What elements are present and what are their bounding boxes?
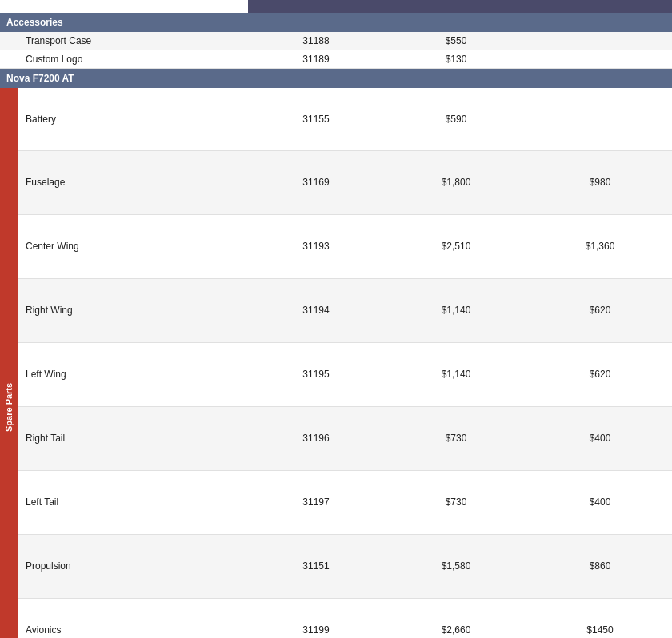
retail-price: $1,140 [384,278,528,342]
table-row: Right Wing31194$1,140$620 [0,278,672,342]
part-number: 31151 [248,534,384,598]
item-name: Center Wing [18,214,248,278]
retail-price: $2,510 [384,214,528,278]
header-side-col [0,0,18,13]
header-retail-price [384,0,528,13]
table-row: Spare PartsBattery31155$590 [0,88,672,150]
retail-price: $590 [384,88,528,150]
table-row: Right Tail31196$730$400 [0,406,672,470]
retail-price: $730 [384,406,528,470]
table-row: Fuselage31169$1,800$980 [0,150,672,214]
item-name: Left Wing [18,342,248,406]
table-row: Left Wing31195$1,140$620 [0,342,672,406]
part-number: 31199 [248,598,384,638]
table-row: Propulsion31151$1,580$860 [0,534,672,598]
item-name: Left Tail [18,470,248,534]
retail-price: $1,580 [384,534,528,598]
header-part-number [248,0,384,13]
part-number: 31194 [248,278,384,342]
category-header: Nova F7200 AT [0,69,672,89]
item-name: Propulsion [18,534,248,598]
rapid-repair-price [528,88,672,150]
table-row: Left Tail31197$730$400 [0,470,672,534]
item-name: Fuselage [18,150,248,214]
item-name: Right Wing [18,278,248,342]
rapid-repair-price: $1450 [528,598,672,638]
rapid-repair-price: $400 [528,406,672,470]
table-row: Center Wing31193$2,510$1,360 [0,214,672,278]
item-name: Avionics [18,598,248,638]
retail-price: $730 [384,470,528,534]
item-name: Battery [18,88,248,150]
side-label: Spare Parts [0,88,18,638]
rapid-repair-price: $1,360 [528,214,672,278]
part-number: 31155 [248,88,384,150]
part-number: 31196 [248,406,384,470]
part-number: 31197 [248,470,384,534]
rapid-repair-price: $860 [528,534,672,598]
rapid-repair-price: $980 [528,150,672,214]
retail-price: $1,800 [384,150,528,214]
rapid-repair-price: $620 [528,278,672,342]
category-header-accessories: Accessories [0,13,672,32]
rapid-repair-price: $400 [528,470,672,534]
table-row: Transport Case31188$550 [0,32,672,50]
part-number: 31193 [248,214,384,278]
table-row: Avionics31199$2,660$1450 [0,598,672,638]
rapid-repair-price: $620 [528,342,672,406]
main-table-wrapper: AccessoriesTransport Case31188$550Custom… [0,0,672,638]
part-number: 31195 [248,342,384,406]
table-row: Custom Logo31189$130 [0,50,672,69]
header-rapid-repair [528,0,672,13]
part-number: 31169 [248,150,384,214]
header-name [18,0,248,13]
retail-price: $1,140 [384,342,528,406]
side-label-cell: Spare Parts [0,88,18,638]
item-name: Right Tail [18,406,248,470]
retail-price: $2,660 [384,598,528,638]
